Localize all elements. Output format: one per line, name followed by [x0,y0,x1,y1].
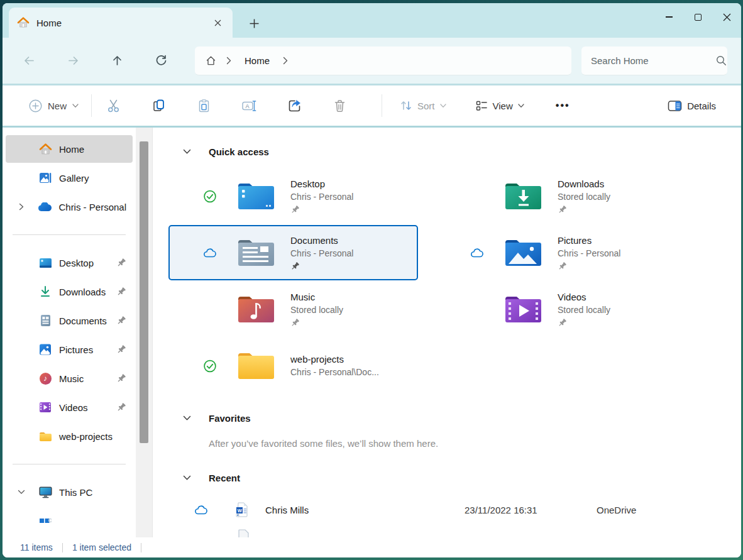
sidebar-item-label: Gallery [59,173,126,184]
sidebar-item-downloads[interactable]: Downloads [6,278,133,305]
chevron-right-icon[interactable] [16,203,38,211]
copy-icon [151,99,166,113]
close-button[interactable] [712,3,741,31]
rename-icon: A [241,99,257,113]
sidebar-item-partial[interactable] [6,510,133,537]
chevron-down-icon[interactable] [183,149,191,155]
chevron-down-icon[interactable] [183,475,191,481]
tile-music[interactable]: Music Stored locally [168,282,418,337]
music-icon: ♪ [38,373,52,385]
sidebar-item-label: Videos [59,402,116,413]
tile-pictures[interactable]: Pictures Chris - Personal [436,225,685,280]
sidebar-scrollbar[interactable] [136,128,153,537]
tile-videos[interactable]: Videos Stored locally [436,282,685,337]
recent-file-name: Chris Mills [265,505,465,515]
forward-button[interactable] [60,48,85,74]
sidebar-item-this-pc[interactable]: This PC [6,478,133,506]
tile-web-projects[interactable]: web-projects Chris - Personal\Doc... [168,338,418,393]
sidebar-item-web-projects[interactable]: web-projects [6,422,133,450]
sidebar-item-label: This PC [59,487,126,498]
navigation-bar: Home [3,38,741,84]
sidebar-item-gallery[interactable]: Gallery [6,164,133,192]
folder-icon [236,349,277,382]
share-button[interactable] [274,91,314,121]
window-controls [654,3,741,31]
sidebar-item-onedrive[interactable]: Chris - Personal [6,193,133,221]
search-input[interactable] [591,55,716,66]
up-button[interactable] [104,48,129,74]
tab-close-icon[interactable] [211,18,224,28]
tile-documents[interactable]: Documents Chris - Personal [168,225,418,280]
recent-file-row-partial[interactable] [236,529,741,537]
desktop-folder-icon [236,180,277,212]
view-button[interactable]: View [471,94,528,117]
tile-downloads[interactable]: Downloads Stored locally [436,168,685,224]
videos-folder-icon [504,293,544,326]
section-title: Quick access [209,146,269,157]
sidebar-item-documents[interactable]: Documents [6,307,133,334]
tile-desktop[interactable]: Desktop Chris - Personal [168,168,418,224]
sidebar-item-label: web-projects [59,431,126,442]
rename-button[interactable]: A [229,91,269,121]
new-button[interactable]: New [25,94,82,118]
breadcrumb-home-icon[interactable] [205,55,217,67]
new-tab-button[interactable] [249,18,260,29]
chevron-down-icon[interactable] [16,489,38,495]
word-document-icon: W [235,502,250,517]
cloud-status-icon [203,248,217,258]
back-button[interactable] [16,48,41,74]
search-box[interactable] [581,47,727,75]
sidebar-item-label: Documents [59,316,116,326]
toolbar: New A Sort View [3,85,741,126]
recent-file-row[interactable]: W Chris Mills 23/11/2022 16:31 OneDrive [194,500,741,519]
pin-icon [558,204,610,215]
tile-name: Downloads [558,177,610,190]
sidebar-item-videos[interactable]: Videos [6,393,133,421]
pin-icon [116,373,126,383]
chevron-right-icon[interactable] [283,57,288,65]
sidebar-item-desktop[interactable]: Desktop [6,249,133,277]
section-quick-access[interactable]: Quick access [183,145,741,158]
paste-button[interactable] [184,91,224,121]
minimize-button[interactable] [654,3,683,31]
copy-button[interactable] [138,91,179,121]
close-icon [723,13,731,21]
tile-subtitle: Stored locally [558,304,610,317]
pin-icon [558,317,610,328]
sidebar-item-music[interactable]: ♪ Music [6,365,133,392]
scrollbar-thumb[interactable] [140,141,148,443]
tile-name: Documents [290,234,353,247]
sidebar-item-pictures[interactable]: Pictures [6,336,133,363]
section-recent[interactable]: Recent [183,471,741,484]
sidebar-item-home[interactable]: Home [6,135,133,163]
sort-button[interactable]: Sort [396,94,450,117]
gallery-icon [38,172,52,184]
sidebar-item-label: Pictures [59,344,116,355]
sort-icon [400,99,412,112]
music-folder-icon [236,293,277,326]
home-icon [17,16,30,29]
tile-name: Desktop [290,177,353,190]
toolbar-separator [91,94,92,117]
more-options-button[interactable]: ••• [549,96,576,115]
refresh-icon [155,55,167,67]
breadcrumb-segment-home[interactable]: Home [241,55,273,66]
breadcrumb[interactable]: Home [195,47,571,75]
section-favorites[interactable]: Favorites [183,412,741,424]
tile-subtitle: Chris - Personal [290,190,353,204]
details-button[interactable]: Details [664,95,720,117]
tile-name: Videos [558,290,610,304]
section-title: Favorites [209,413,251,424]
tab-home[interactable]: Home [9,8,233,38]
cut-button[interactable] [93,91,133,121]
items-count: 11 items [20,542,53,552]
delete-button[interactable] [319,91,360,121]
maximize-button[interactable] [683,3,712,31]
quick-access-grid: Desktop Chris - Personal Downloads Store… [168,168,741,394]
maximize-icon [695,14,702,21]
refresh-button[interactable] [148,48,173,74]
sidebar: Home Gallery Chris - Personal [3,128,136,537]
onedrive-icon [38,202,52,212]
chevron-down-icon[interactable] [183,415,191,421]
titlebar: Home [3,3,741,38]
